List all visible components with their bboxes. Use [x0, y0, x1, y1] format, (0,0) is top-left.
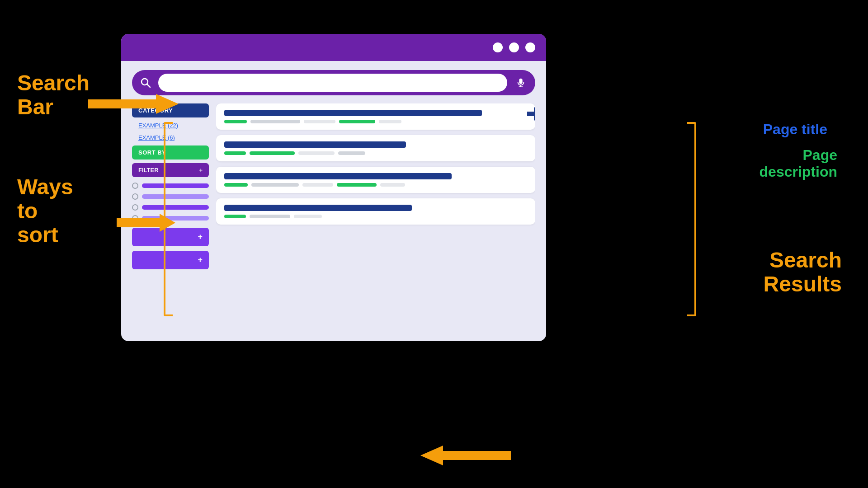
browser-body: CATEGORY EXAMPLE (22) EXAMPLE (6) SORT B… [121, 61, 546, 341]
ways-to-sort-arrow-icon [117, 211, 175, 234]
radio-circle-3 [132, 204, 138, 211]
titlebar-dot-1 [493, 42, 503, 52]
result-title-2 [224, 141, 406, 148]
filter-plus-icon: + [199, 167, 203, 174]
desc-bar-light-6 [294, 215, 322, 218]
desc-bar-green-5 [224, 183, 248, 187]
desc-bar-light-5 [380, 183, 405, 187]
result-title-3 [224, 173, 452, 179]
desc-bar-green-6 [337, 183, 377, 187]
desc-bar-light-1 [304, 120, 335, 123]
result-card-3[interactable] [216, 167, 535, 193]
radio-bar-1 [142, 183, 209, 188]
result-card-1[interactable] [216, 103, 535, 130]
mic-button[interactable] [511, 73, 531, 93]
search-bar-arrow [88, 90, 179, 119]
desc-bar-light-4 [302, 183, 333, 187]
browser-titlebar [121, 34, 546, 61]
desc-bar-green-4 [250, 151, 295, 155]
result-title-1 [224, 110, 482, 116]
desc-bar-gray-3 [251, 183, 299, 187]
result-desc-3 [224, 183, 527, 187]
svg-marker-8 [117, 214, 175, 232]
main-content: CATEGORY EXAMPLE (22) EXAMPLE (6) SORT B… [132, 103, 535, 329]
ways-to-sort-arrow [117, 211, 175, 236]
radio-circle-1 [132, 183, 138, 189]
browser-window: CATEGORY EXAMPLE (22) EXAMPLE (6) SORT B… [121, 34, 546, 341]
expand-plus-icon-2: + [198, 255, 203, 265]
svg-line-1 [147, 84, 150, 87]
search-bar-label: SearchBar [17, 71, 90, 119]
titlebar-dot-2 [509, 42, 519, 52]
search-bar[interactable] [132, 70, 535, 95]
desc-bar-gray-2 [338, 151, 365, 155]
radio-bar-3 [142, 205, 209, 210]
result-desc-2 [224, 151, 527, 155]
search-bar-arrow-icon [88, 90, 179, 117]
filter-label: FILTER [138, 167, 159, 174]
svg-rect-2 [519, 79, 522, 84]
ways-to-sort-label: Waystosort [17, 175, 73, 247]
result-card-4[interactable] [216, 198, 535, 225]
result-title-4 [224, 205, 412, 211]
titlebar-dot-3 [525, 42, 535, 52]
results-area [216, 103, 535, 329]
bracket-right [687, 122, 696, 316]
search-icon [137, 74, 155, 92]
radio-circle-2 [132, 193, 138, 200]
radio-bar-2 [142, 194, 209, 199]
search-input[interactable] [158, 74, 507, 92]
result-desc-4 [224, 215, 527, 218]
desc-bar-green-7 [224, 215, 246, 218]
desc-bar-green-3 [224, 151, 246, 155]
desc-bar-green-1 [224, 120, 247, 123]
desc-bar-gray-4 [250, 215, 290, 218]
svg-marker-7 [88, 94, 179, 114]
search-results-label: SearchResults [764, 249, 842, 296]
expand-plus-icon-1: + [198, 232, 203, 242]
result-card-2[interactable] [216, 135, 535, 161]
desc-bar-gray-1 [250, 120, 300, 123]
page-desc-arrow [531, 106, 535, 123]
svg-marker-9 [420, 446, 511, 465]
desc-bar-green-2 [339, 120, 375, 123]
page-description-label: Pagedescription [760, 147, 837, 180]
result-desc-1 [224, 120, 527, 123]
desc-bar-light-2 [379, 120, 401, 123]
search-results-arrow-icon [420, 442, 511, 469]
page-title-label: Page title [763, 121, 827, 138]
teal-arrow-icon [531, 106, 535, 122]
desc-bar-light-3 [298, 151, 335, 155]
